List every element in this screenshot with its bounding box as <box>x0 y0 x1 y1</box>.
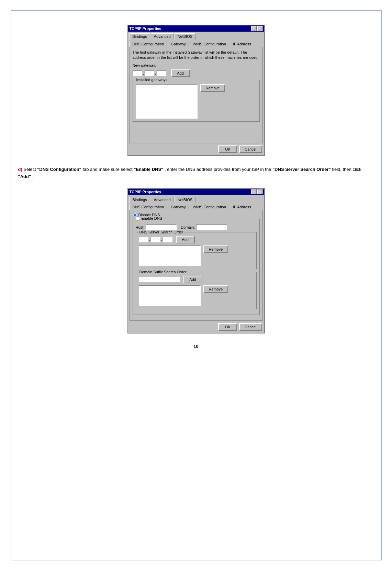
dns-ip-dot-2: . <box>161 238 162 242</box>
enable-dns-radio[interactable] <box>136 216 140 221</box>
domain-input[interactable] <box>196 225 227 230</box>
instruction-d-text4: field, then click <box>332 167 361 172</box>
ip-dot-2: . <box>155 71 156 75</box>
dialog2-tabs-row1: Bindings Advanced NetBIOS <box>128 195 264 202</box>
dns-ip-input: . . <box>139 237 172 242</box>
suffix-add-button[interactable]: Add <box>183 276 202 283</box>
tab-wins-configuration[interactable]: WINS Configuration <box>190 41 229 47</box>
dialog2-tab-bindings[interactable]: Bindings <box>130 197 150 203</box>
dialog1-tabs-row1: Bindings Advanced NetBIOS <box>128 32 264 39</box>
ip-segment-1[interactable] <box>133 70 142 76</box>
tab-netbios[interactable]: NetBIOS <box>175 33 195 40</box>
domain-label: Domain: <box>181 225 195 229</box>
dns-ip-segment-2[interactable] <box>151 237 160 242</box>
suffix-input[interactable] <box>139 277 180 282</box>
dialog1-titlebar: TCP/IP Properties ? × <box>128 25 264 32</box>
dialog2-tab-netbios[interactable]: NetBIOS <box>175 197 195 203</box>
suffix-remove-button[interactable]: Remove <box>203 285 228 293</box>
instruction-d-bold3: "DNS Server Search Order" <box>272 167 331 172</box>
domain-suffix-label: Domain Suffix Search Order <box>139 270 187 274</box>
dns-ip-segment-3[interactable] <box>163 237 172 242</box>
enable-dns-group: Enable DNS Host: Domain: DNS Server Sear <box>133 219 260 315</box>
dns-search-order-group: DNS Server Search Order . . <box>136 232 257 269</box>
instruction-d-text1: Select <box>23 167 37 172</box>
host-label: Host: <box>136 225 145 229</box>
suffix-listbox-row: Remove <box>139 285 254 306</box>
dns-fields: Host: Domain: DNS Server Search Order <box>136 225 257 309</box>
dialog1-titlebar-buttons: ? × <box>251 26 263 31</box>
dns-ip-dot-1: . <box>149 238 150 242</box>
dialog2-tab-dns[interactable]: DNS Configuration <box>130 204 167 210</box>
page-number: 10 <box>18 344 374 349</box>
dns-search-order-label: DNS Server Search Order <box>139 230 184 234</box>
domain-suffix-content: Add Remove <box>139 276 254 306</box>
dialog2-help-button[interactable]: ? <box>251 189 257 194</box>
dialog2-wrapper: TCP/IP Properties ? × Bindings Advanced … <box>18 185 374 337</box>
ip-segment-2[interactable] <box>145 70 154 76</box>
dialog2-tab-ip[interactable]: IP Address <box>230 204 254 210</box>
tab-dns-configuration[interactable]: DNS Configuration <box>130 41 167 47</box>
dialog1-info-text: The first gateway in the Installed Gatew… <box>133 50 260 61</box>
instruction-d-text2: tab and make sure select <box>82 167 134 172</box>
new-gateway-label: New gateway: <box>133 63 156 67</box>
dns-ip-input-row: . . Add <box>139 236 254 243</box>
dialog1-footer: OK Cancel <box>128 143 264 155</box>
instruction-d-bold2: "Enable DNS" <box>134 167 163 172</box>
tab-ip-address[interactable]: IP Address <box>230 41 254 47</box>
instruction-d-prefix: d) <box>18 167 22 172</box>
dns-search-order-content: . . Add Remove <box>139 236 254 266</box>
instruction-d-comma: , <box>32 174 34 179</box>
tab-bindings[interactable]: Bindings <box>130 33 150 40</box>
dialog1-ok-button[interactable]: OK <box>218 145 237 153</box>
gateway-input-row: . . Add <box>133 69 260 77</box>
host-domain-row: Host: Domain: <box>136 225 257 230</box>
instruction-d-bold1: "DNS Configuration" <box>37 167 81 172</box>
dialog1-close-button[interactable]: × <box>257 26 263 31</box>
page-content: TCP/IP Properties ? × Bindings Advanced … <box>11 10 382 560</box>
dns-add-button[interactable]: Add <box>176 236 195 243</box>
dialog2-tab-gateway[interactable]: Gateway <box>168 204 189 210</box>
instruction-d: d) Select "DNS Configuration" tab and ma… <box>18 166 374 180</box>
dialog2: TCP/IP Properties ? × Bindings Advanced … <box>127 188 265 333</box>
tab-gateway[interactable]: Gateway <box>168 41 189 47</box>
dialog2-titlebar-buttons: ? × <box>251 189 263 194</box>
dialog2-tab-wins[interactable]: WINS Configuration <box>190 204 229 210</box>
domain-suffix-group: Domain Suffix Search Order Add Remove <box>136 272 257 309</box>
dialog2-title: TCP/IP Properties <box>130 190 161 194</box>
dialog2-tab-advanced[interactable]: Advanced <box>151 197 174 203</box>
dialog2-tab-content: Disable DNS Enable DNS Host: Domain: <box>130 210 263 321</box>
installed-gateways-label: Installed gateways: <box>136 78 169 82</box>
dialog1-tab-content: The first gateway in the Installed Gatew… <box>130 47 263 143</box>
instruction-d-text3: , enter the DNS address provides from yo… <box>165 167 272 172</box>
dialog2-titlebar: TCP/IP Properties ? × <box>128 189 264 195</box>
dialog2-cancel-button[interactable]: Cancel <box>239 323 262 331</box>
host-input[interactable] <box>146 225 177 230</box>
remove-button[interactable]: Remove <box>200 84 225 92</box>
suffix-input-row: Add <box>139 276 254 283</box>
ip-dot-1: . <box>143 71 144 75</box>
gateway-ip-input: . . <box>133 70 166 76</box>
dialog2-ok-button[interactable]: OK <box>218 323 237 331</box>
instruction-d-bold4: "Add" <box>18 174 31 179</box>
tab-advanced[interactable]: Advanced <box>151 33 174 40</box>
dns-ip-segment-1[interactable] <box>139 237 148 242</box>
new-gateway-row: New gateway: <box>133 63 260 67</box>
suffix-listbox[interactable] <box>139 285 201 306</box>
installed-gateways-listbox[interactable] <box>136 84 198 119</box>
dialog2-close-button[interactable]: × <box>257 189 263 194</box>
ip-segment-3[interactable] <box>157 70 166 76</box>
dialog1: TCP/IP Properties ? × Bindings Advanced … <box>127 25 265 156</box>
dialog1-help-button[interactable]: ? <box>251 26 257 31</box>
dialog2-footer: OK Cancel <box>128 321 264 333</box>
dialog1-tabs-row2: DNS Configuration Gateway WINS Configura… <box>128 39 264 47</box>
dialog1-title: TCP/IP Properties <box>130 26 161 31</box>
installed-gateways-group: Installed gateways: Remove <box>133 80 260 122</box>
dialog1-wrapper: TCP/IP Properties ? × Bindings Advanced … <box>18 21 374 159</box>
dns-search-listbox[interactable] <box>139 245 201 266</box>
add-button[interactable]: Add <box>171 69 190 77</box>
dns-remove-button[interactable]: Remove <box>203 245 228 253</box>
enable-dns-radio-row: Enable DNS <box>135 216 163 221</box>
dialog1-cancel-button[interactable]: Cancel <box>239 145 262 153</box>
enable-dns-label: Enable DNS <box>142 216 163 220</box>
installed-gateways-content: Remove <box>136 84 257 119</box>
